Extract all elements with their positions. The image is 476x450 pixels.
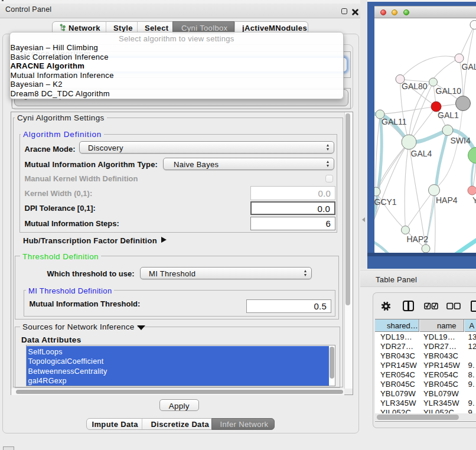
svg-text:Y: Y [472, 195, 476, 205]
svg-text:HAP4: HAP4 [436, 195, 458, 205]
svg-text:GAL7: GAL7 [462, 62, 476, 71]
svg-text:GAL1: GAL1 [438, 110, 459, 120]
svg-text:HAP2: HAP2 [407, 234, 429, 244]
svg-text:GCY1: GCY1 [374, 197, 397, 207]
svg-text:GAL80: GAL80 [402, 81, 428, 91]
svg-text:GAL10: GAL10 [436, 86, 462, 96]
svg-text:GAL4: GAL4 [411, 149, 432, 158]
svg-text:SWI4: SWI4 [451, 136, 471, 145]
svg-text:GAL11: GAL11 [382, 117, 407, 126]
